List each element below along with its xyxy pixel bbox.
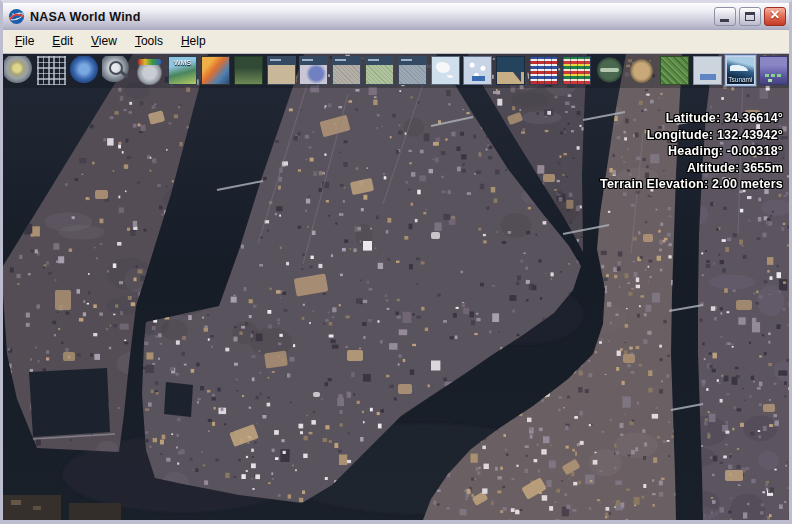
titlebar[interactable]: NASA World Wind	[3, 3, 789, 30]
cities-layer-icon[interactable]	[693, 56, 722, 85]
menu-edit[interactable]: Edit	[43, 31, 82, 52]
banner-layer-icon[interactable]	[496, 56, 525, 85]
flags-grid-icon[interactable]	[529, 56, 558, 85]
landsat-globe-icon[interactable]	[135, 56, 164, 85]
map-layer-blue-icon[interactable]	[299, 56, 328, 85]
usa-map-icon[interactable]	[627, 56, 656, 85]
blue-globe-icon[interactable]	[70, 56, 99, 85]
minimize-button[interactable]	[714, 7, 736, 26]
vegetation-icon[interactable]	[660, 56, 689, 85]
tsunami-icon-label: Tsunami	[727, 77, 754, 84]
snow-map-icon[interactable]	[463, 56, 492, 85]
menu-tools[interactable]: Tools	[126, 31, 172, 52]
nasa-logo-icon	[8, 8, 25, 25]
app-window: NASA World Wind FileEditViewToolsHelp WM…	[0, 0, 792, 524]
maximize-button[interactable]	[739, 7, 761, 26]
blue-marble-icon[interactable]	[4, 56, 33, 85]
window-title: NASA World Wind	[30, 10, 711, 24]
map-layer-tan-icon[interactable]	[267, 56, 296, 85]
readout-terrain-elevation: Terrain Elevation: 2.00 meters	[600, 176, 783, 193]
menu-help[interactable]: Help	[172, 31, 215, 52]
layer-toolbar: WMSTsunami	[4, 56, 788, 85]
readout-longitude: Longitude: 132.43942°	[600, 127, 783, 144]
close-button[interactable]	[764, 7, 786, 26]
green-globe-icon[interactable]	[234, 56, 263, 85]
map-layer-gray-icon[interactable]	[332, 56, 361, 85]
magnifier-globe-icon[interactable]	[102, 56, 131, 85]
round-badge-icon[interactable]	[595, 56, 624, 85]
menu-view[interactable]: View	[82, 31, 126, 52]
wms-browser-icon-label: WMS	[169, 59, 196, 66]
readout-heading: Heading: -0.00318°	[600, 143, 783, 160]
modis-fire-icon[interactable]	[201, 56, 230, 85]
menu-file[interactable]: File	[6, 31, 43, 52]
wms-browser-icon[interactable]: WMS	[168, 56, 197, 85]
europe-map-icon[interactable]	[431, 56, 460, 85]
readout-latitude: Latitude: 34.36614°	[600, 110, 783, 127]
map-layer-green-icon[interactable]	[365, 56, 394, 85]
purple-plugin-icon[interactable]	[759, 56, 788, 85]
map-layer-slate-icon[interactable]	[398, 56, 427, 85]
position-readout: Latitude: 34.36614°Longitude: 132.43942°…	[600, 110, 783, 193]
menubar: FileEditViewToolsHelp	[3, 30, 789, 54]
tsunami-icon[interactable]: Tsunami	[726, 56, 755, 85]
globe-viewport[interactable]: WMSTsunami Latitude: 34.36614°Longitude:…	[3, 54, 789, 520]
flags-grid-icon-2[interactable]	[562, 56, 591, 85]
readout-altitude: Altitude: 3655m	[600, 160, 783, 177]
latlon-grid-icon[interactable]	[37, 56, 66, 85]
